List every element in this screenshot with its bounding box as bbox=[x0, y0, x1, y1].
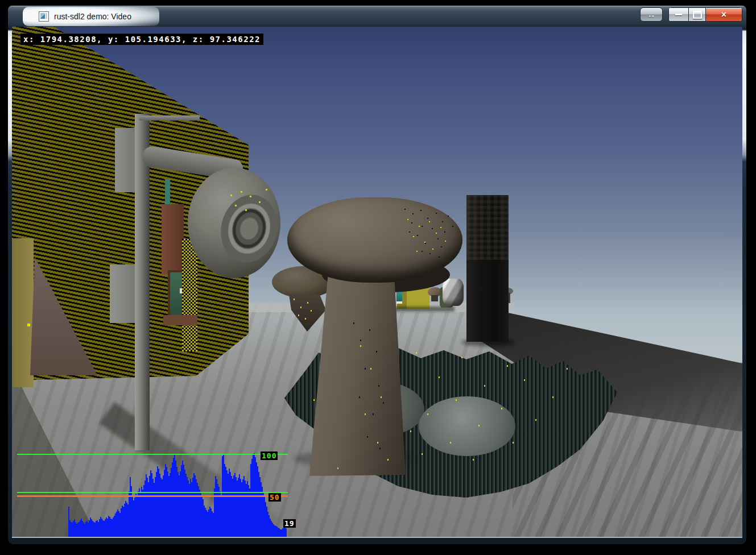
maximize-icon bbox=[693, 11, 702, 19]
voxel-sphere bbox=[188, 168, 280, 278]
stem-specks bbox=[353, 322, 354, 324]
chrome-debris bbox=[443, 279, 464, 306]
small-mushroom-specks bbox=[294, 299, 295, 300]
top-railing bbox=[139, 115, 200, 121]
app-icon[interactable] bbox=[39, 11, 49, 22]
resize-horizontal-icon: ↔ bbox=[647, 10, 656, 19]
caption-button-group: × bbox=[668, 7, 742, 22]
hazard-checker-column bbox=[182, 239, 197, 351]
cap-yellow-specks bbox=[407, 219, 408, 220]
dark-monolith bbox=[466, 195, 509, 342]
minimize-icon bbox=[675, 14, 682, 15]
game-viewport[interactable]: x: 1794.38208, y: 105.194633, z: 97.3462… bbox=[12, 27, 742, 538]
coordinates-readout: x: 1794.38208, y: 105.194633, z: 97.3462… bbox=[20, 34, 263, 45]
window-titlebar[interactable]: rust-sdl2 demo: Video ↔ × bbox=[8, 6, 746, 27]
olive-slab bbox=[12, 238, 34, 387]
resize-button[interactable]: ↔ bbox=[640, 7, 663, 22]
desktop-background: rust-sdl2 demo: Video ↔ × bbox=[0, 0, 756, 555]
close-button[interactable]: × bbox=[705, 7, 742, 22]
cap-specks bbox=[404, 209, 406, 210]
minimize-button[interactable] bbox=[668, 7, 689, 22]
app-window: rust-sdl2 demo: Video ↔ × bbox=[8, 6, 746, 544]
red-brown-wall-block bbox=[162, 204, 184, 275]
close-icon: × bbox=[721, 10, 726, 19]
window-title-tab: rust-sdl2 demo: Video bbox=[23, 7, 159, 26]
stem-yellow-specks bbox=[360, 345, 361, 347]
teal-window-strip bbox=[165, 179, 170, 205]
monolith-texture bbox=[466, 195, 509, 260]
maximize-button[interactable] bbox=[689, 7, 705, 22]
big-mushroom-cap bbox=[287, 197, 462, 283]
window-title: rust-sdl2 demo: Video bbox=[54, 12, 131, 21]
pit-mound bbox=[419, 396, 515, 456]
yellow-marker-dot bbox=[27, 324, 30, 326]
voxel-scene: x: 1794.38208, y: 105.194633, z: 97.3462… bbox=[12, 27, 742, 537]
sphere-yellow-specks bbox=[230, 194, 232, 196]
brown-sill bbox=[163, 315, 197, 325]
tiny-mushroom-stem bbox=[431, 295, 438, 301]
